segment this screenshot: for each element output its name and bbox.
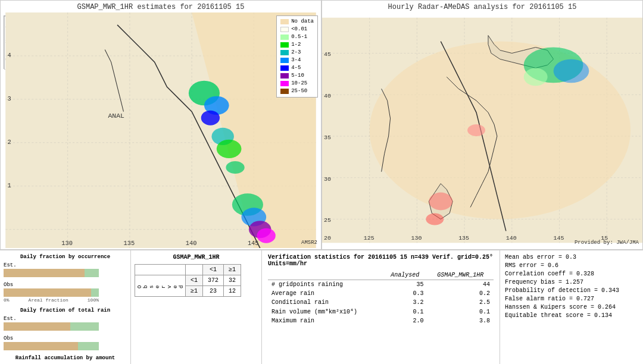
right-stats-panel: Mean abs error = 0.3 RMS error = 0.6 Cor… — [500, 250, 643, 364]
contingency-empty-cell2 — [186, 265, 203, 275]
amsr2-label: AMSR2 — [301, 240, 317, 246]
est-bar-fill-green-3 — [70, 322, 99, 331]
contingency-row-ge1: ≥1 — [186, 286, 203, 297]
svg-text:135: 135 — [458, 235, 469, 241]
legend-item-10-25: 10-25 — [280, 80, 314, 87]
legend-label-2-3: 2-3 — [291, 49, 301, 57]
obs-label-2: Obs — [4, 335, 127, 341]
svg-text:20: 20 — [324, 235, 331, 241]
legend-color-2-3 — [280, 50, 289, 55]
legend-color-25-50 — [280, 89, 289, 94]
obs-bar-fill-green-4 — [78, 342, 99, 350]
obs-bar-total — [4, 342, 99, 350]
legend-color-3-4 — [280, 58, 289, 63]
obs-label-1: Obs — [4, 282, 127, 288]
contingency-col-ge1: ≥1 — [224, 265, 241, 275]
est-bar-total — [4, 322, 99, 331]
legend-color-001 — [280, 27, 289, 32]
svg-text:145: 145 — [554, 235, 564, 241]
stats-label: # gridpoints raining — [268, 280, 383, 290]
maps-row: GSMAP_MWR_1HR estimates for 20161105 15 — [0, 0, 643, 250]
stats-label: Conditional rain — [268, 298, 383, 307]
stats-analysed: 2.0 — [383, 316, 427, 325]
stat-prob-detection: Probability of detection = 0.343 — [505, 287, 638, 294]
left-map-panel: GSMAP_MWR_1HR estimates for 20161105 15 — [0, 0, 322, 250]
axis-right-1: 100% — [88, 297, 99, 303]
legend-label-10-25: 10-25 — [291, 80, 307, 87]
legend-item-nodata: No data — [280, 18, 314, 26]
svg-text:1: 1 — [8, 182, 11, 189]
svg-text:130: 130 — [411, 235, 422, 241]
svg-point-43 — [257, 228, 276, 243]
stat-equitable: Equitable threat score = 0.134 — [505, 312, 638, 319]
legend-box: No data <0.01 0.5-1 1-2 — [276, 15, 318, 98]
legend-item-25-50: 25-50 — [280, 87, 314, 95]
svg-text:145: 145 — [248, 240, 259, 247]
svg-text:130: 130 — [61, 240, 73, 247]
legend-label-3-4: 3-4 — [291, 57, 301, 64]
contingency-panel: GSMAP_MWR_1HR <1 ≥1 Observed <1 372 — [131, 250, 262, 364]
contingency-val-10: 23 — [203, 286, 224, 297]
right-map-panel: Hourly Radar-AMeDAS analysis for 2016110… — [322, 0, 643, 250]
legend-item-3-4: 3-4 — [280, 57, 314, 64]
axis-mid-1: Areal fraction — [29, 297, 68, 303]
stats-gsmap: 2.5 — [427, 298, 494, 307]
bottom-row: Daily fraction by occurrence Est. Obs 0%… — [0, 250, 643, 364]
svg-text:4: 4 — [8, 52, 11, 59]
contingency-table: <1 ≥1 Observed <1 372 32 ≥1 23 12 — [135, 264, 241, 297]
stats-gsmap: 0.2 — [427, 289, 494, 298]
legend-label-25-50: 25-50 — [291, 87, 307, 95]
legend-color-nodata — [280, 19, 289, 24]
bar-axis-1: 0% Areal fraction 100% — [4, 297, 99, 303]
stats-gsmap: 44 — [427, 280, 494, 290]
legend-item-4-5: 4-5 — [280, 64, 314, 72]
stats-row: Rain volume (mm*km²x10⁴)0.10.1 — [268, 307, 494, 316]
left-map-canvas: 0 2 4 0 2 4 — [1, 12, 321, 248]
stats-row: Average rain0.30.2 — [268, 289, 494, 298]
contingency-val-11: 12 — [224, 286, 241, 297]
stats-row: Maximum rain2.03.8 — [268, 316, 494, 325]
contingency-val-00: 372 — [203, 275, 224, 286]
est-bar-occurrence — [4, 269, 99, 277]
svg-text:25: 25 — [324, 217, 331, 224]
svg-text:140: 140 — [506, 235, 517, 241]
stat-mean-abs-error: Mean abs error = 0.3 — [505, 254, 638, 261]
stats-title: Verification statistics for 20161105 15 … — [268, 254, 494, 267]
legend-item-1-2: 1-2 — [280, 41, 314, 49]
stat-hanssen: Hanssen & Kuipers score = 0.264 — [505, 304, 638, 310]
stats-col-gsmap: GSMAP_MWR_1HR — [427, 271, 494, 280]
legend-color-1-2 — [280, 42, 289, 48]
svg-point-68 — [524, 68, 548, 86]
legend-item-05-1: 0.5-1 — [280, 33, 314, 41]
fraction-title-1: Daily fraction by occurrence — [4, 254, 127, 260]
stats-gsmap: 3.8 — [427, 316, 494, 325]
bar-group-est-total: Est. — [4, 316, 127, 331]
svg-point-36 — [201, 111, 220, 125]
svg-text:35: 35 — [324, 134, 331, 141]
svg-point-71 — [426, 213, 444, 225]
svg-point-39 — [226, 161, 244, 174]
stats-label: Maximum rain — [268, 316, 383, 325]
contingency-obs-label: Observed — [135, 275, 186, 297]
stat-false-alarm: False alarm ratio = 0.727 — [505, 296, 638, 302]
provided-label: Provided by: JWA/JMA — [575, 240, 639, 246]
svg-point-65 — [370, 42, 630, 219]
obs-bar-fill-green-2 — [91, 288, 99, 297]
svg-point-69 — [467, 124, 485, 136]
svg-text:30: 30 — [324, 176, 331, 183]
contingency-row-lt1: <1 — [186, 275, 203, 286]
svg-point-67 — [554, 59, 589, 83]
stat-correlation: Correlation coeff = 0.328 — [505, 271, 638, 277]
left-map-title: GSMAP_MWR_1HR estimates for 20161105 15 — [1, 1, 321, 12]
legend-label-5-10: 5-10 — [291, 72, 304, 80]
svg-text:ANAL: ANAL — [108, 112, 124, 120]
stats-analysed: 3.2 — [383, 298, 427, 307]
fraction-title-3: Rainfall accumulation by amount — [4, 355, 127, 361]
right-map-svg: 45 40 35 30 25 20 125 130 135 140 145 15 — [322, 12, 642, 248]
legend-color-05-1 — [280, 34, 289, 40]
stats-panel: Verification statistics for 20161105 15 … — [262, 250, 500, 364]
svg-text:135: 135 — [123, 240, 135, 247]
bar-group-obs-occurrence: Obs 0% Areal fraction 100% — [4, 282, 127, 303]
legend-color-5-10 — [280, 73, 289, 79]
legend-item-5-10: 5-10 — [280, 72, 314, 80]
